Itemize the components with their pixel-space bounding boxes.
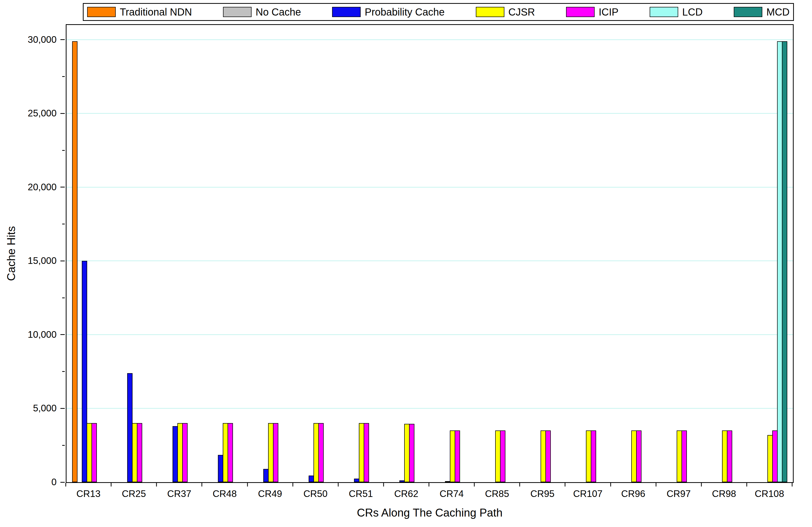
x-tick-label-cr96: CR96 [621,488,645,499]
y-tick-label: 0 [51,477,57,487]
legend-swatch-traditional-ndn [87,7,116,17]
legend-item-probability-cache: Probability Cache [332,7,445,17]
y-tick-label: 30,000 [28,35,57,45]
legend-swatch-mcd [734,7,762,17]
y-tick-mark [60,113,65,114]
y-tick-mark [60,260,65,261]
bar-probability-cache-cr37 [173,426,178,482]
bar-probability-cache-cr49 [263,469,269,482]
x-tick-label-cr62: CR62 [394,488,419,499]
bar-probability-cache-cr74 [445,481,450,482]
gridline-30000 [67,40,793,40]
gridline-10000 [67,334,793,335]
bar-cjsr-cr98 [722,431,727,482]
legend-item-icip: ICIP [566,7,619,17]
x-tick-mark [202,483,202,486]
x-tick-mark [429,483,430,486]
legend-item-traditional-ndn: Traditional NDN [87,7,192,17]
x-tick-label-cr107: CR107 [573,488,603,499]
y-minor-tick-mark [62,76,65,77]
x-tick-mark [519,483,520,486]
bar-cjsr-cr74 [450,431,455,482]
x-axis-title: CRs Along The Caching Path [66,506,794,519]
x-tick-label-cr13: CR13 [76,488,101,499]
x-tick-mark [292,483,293,486]
legend-label-cjsr: CJSR [508,7,535,17]
bar-traditional-ndn-cr13 [72,41,77,482]
bar-icip-cr49 [273,423,278,482]
legend-label-traditional-ndn: Traditional NDN [120,7,192,17]
legend-item-lcd: LCD [650,7,703,17]
bar-cjsr-cr50 [314,423,319,482]
bar-cjsr-cr97 [677,431,682,482]
x-tick-mark [610,483,611,486]
bar-cjsr-cr13 [87,423,92,482]
bar-icip-cr74 [455,431,460,482]
y-tick-mark [60,39,65,40]
x-tick-label-cr50: CR50 [303,488,328,499]
bar-icip-cr97 [682,431,687,482]
gridline-5000 [67,408,793,409]
legend-label-lcd: LCD [682,7,703,17]
legend-item-no-cache: No Cache [223,7,301,17]
bar-cjsr-cr107 [586,431,591,482]
bar-mcd-cr108 [782,41,787,482]
x-tick-mark [383,483,384,486]
bar-cjsr-cr48 [223,423,228,482]
x-tick-mark [792,483,793,486]
gridline-25000 [67,113,793,114]
x-tick-mark [156,483,157,486]
x-tick-mark [338,483,338,486]
bar-icip-cr108 [772,431,778,482]
y-tick-mark [60,334,65,335]
x-tick-mark [565,483,566,486]
bar-icip-cr95 [546,431,551,482]
x-tick-label-cr98: CR98 [712,488,736,499]
legend-swatch-no-cache [223,7,251,17]
bar-icip-cr85 [500,431,505,482]
x-tick-label-cr85: CR85 [485,488,509,499]
bar-probability-cache-cr51 [354,479,359,482]
y-tick-mark [60,187,65,187]
legend-label-probability-cache: Probability Cache [365,7,445,17]
x-tick-label-cr51: CR51 [349,488,373,499]
gridline-15000 [67,260,793,261]
legend-swatch-lcd [650,7,678,17]
legend-swatch-cjsr [476,7,504,17]
bar-probability-cache-cr13 [82,261,87,482]
x-tick-mark [66,483,66,486]
legend-item-cjsr: CJSR [476,7,535,17]
bar-icip-cr51 [364,423,369,482]
bar-probability-cache-cr62 [400,480,405,482]
y-axis: 05,00010,00015,00020,00025,00030,000 [0,24,65,483]
y-tick-label: 15,000 [28,256,57,266]
bar-icip-cr37 [182,423,188,482]
bar-icip-cr13 [91,423,97,482]
x-tick-mark [247,483,248,486]
x-tick-mark [746,483,747,486]
bar-cjsr-cr85 [495,431,501,482]
y-tick-label: 20,000 [28,182,57,192]
legend-label-mcd: MCD [766,7,789,17]
legend-swatch-probability-cache [332,7,361,17]
y-tick-label: 10,000 [28,330,57,340]
bar-cjsr-cr108 [767,435,773,482]
y-minor-tick-mark [62,371,65,372]
gridline-20000 [67,187,793,187]
bar-cjsr-cr95 [540,431,546,482]
cache-hits-bar-chart: Traditional NDNNo CacheProbability Cache… [0,0,812,527]
y-tick-label: 5,000 [33,403,57,413]
bar-icip-cr50 [318,423,324,482]
y-minor-tick-mark [62,224,65,224]
y-minor-tick-mark [62,150,65,151]
x-tick-label-cr49: CR49 [258,488,282,499]
y-tick-label: 25,000 [28,108,57,118]
bar-cjsr-cr49 [268,423,274,482]
x-tick-mark [111,483,112,486]
x-tick-label-cr37: CR37 [167,488,191,499]
bar-probability-cache-cr25 [127,373,132,482]
bar-icip-cr48 [228,423,233,482]
x-tick-mark [474,483,475,486]
legend-swatch-icip [566,7,595,17]
bar-probability-cache-cr48 [218,455,223,482]
